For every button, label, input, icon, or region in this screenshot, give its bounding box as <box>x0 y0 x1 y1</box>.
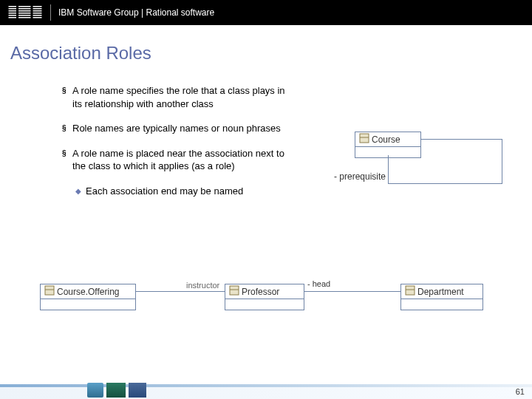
uml-class-department: Department <box>400 284 483 310</box>
footer-decor <box>87 383 146 398</box>
footer-band <box>0 387 532 399</box>
assoc-line <box>388 183 502 184</box>
svg-rect-12 <box>230 286 239 295</box>
uml-attr-compartment <box>225 299 304 310</box>
uml-class-title-row: Professor <box>225 284 304 299</box>
ibm-logo <box>7 6 43 19</box>
sub-bullet-item: ◆ Each association end may be named <box>75 185 291 198</box>
bullet-list: § A role name specifies the role that a … <box>62 84 291 197</box>
uml-class-icon <box>360 134 369 145</box>
sub-bullet-text: Each association end may be named <box>86 185 243 198</box>
bullet-text: A role name specifies the role that a cl… <box>72 84 291 110</box>
svg-rect-10 <box>45 286 54 295</box>
uml-class-courseoffering: Course.Offering <box>40 284 136 310</box>
footer-shape <box>106 383 126 398</box>
uml-class-title-row: Department <box>401 284 482 299</box>
sub-bullet-marker: ◆ <box>75 185 86 198</box>
uml-attr-compartment <box>401 299 482 310</box>
assoc-line <box>421 139 502 140</box>
footer-shape <box>129 383 146 398</box>
uml-class-title-row: Course <box>355 132 420 147</box>
uml-class-icon <box>230 286 239 297</box>
svg-rect-14 <box>406 286 415 295</box>
svg-rect-2 <box>9 10 42 12</box>
svg-rect-3 <box>9 13 42 14</box>
assoc-line <box>502 139 502 183</box>
assoc-line <box>388 155 389 183</box>
page-number: 61 <box>516 387 525 396</box>
uml-role-label: - prerequisite <box>334 171 386 182</box>
bullet-text: A role name is placed near the associati… <box>72 147 291 173</box>
svg-rect-0 <box>9 6 42 7</box>
bullet-marker: § <box>62 84 72 110</box>
bullet-marker: § <box>62 147 72 173</box>
uml-diagram-course: Course - prerequisite <box>325 132 502 220</box>
uml-class-name: Course <box>372 134 400 145</box>
assoc-line <box>304 291 400 292</box>
bullet-item: § Role names are typically names or noun… <box>62 122 291 135</box>
slide-title: Association Roles <box>10 43 151 64</box>
svg-rect-6 <box>16 6 18 19</box>
uml-class-professor: Professor <box>225 284 304 310</box>
footer: 61 <box>0 380 532 399</box>
header-text: IBM Software Group | Rational software <box>58 7 214 18</box>
uml-attr-compartment <box>41 299 135 310</box>
svg-rect-5 <box>9 17 42 18</box>
bullet-item: § A role name specifies the role that a … <box>62 84 291 110</box>
uml-role-label: instructor <box>186 281 219 290</box>
uml-class-name: Professor <box>242 287 279 297</box>
uml-class-name: Course.Offering <box>57 287 120 297</box>
svg-rect-7 <box>31 6 33 19</box>
uml-class-title-row: Course.Offering <box>41 284 135 299</box>
svg-rect-1 <box>9 8 42 10</box>
bullet-marker: § <box>62 122 72 135</box>
svg-rect-4 <box>9 15 42 16</box>
svg-rect-8 <box>360 134 369 143</box>
slide: IBM Software Group | Rational software A… <box>0 0 532 399</box>
header-divider <box>50 4 51 21</box>
bullet-item: § A role name is placed near the associa… <box>62 147 291 173</box>
bullet-text: Role names are typically names or noun p… <box>72 122 291 135</box>
header-bar: IBM Software Group | Rational software <box>0 0 532 25</box>
uml-class-icon <box>406 286 415 297</box>
uml-class-course: Course <box>355 132 421 158</box>
uml-class-name: Department <box>417 287 464 297</box>
uml-diagram-row: Course.Offering instructor Professor - h… <box>40 278 498 325</box>
uml-role-label: - head <box>307 279 330 288</box>
assoc-line <box>136 291 225 292</box>
footer-shape <box>87 383 103 398</box>
uml-class-icon <box>45 286 54 297</box>
